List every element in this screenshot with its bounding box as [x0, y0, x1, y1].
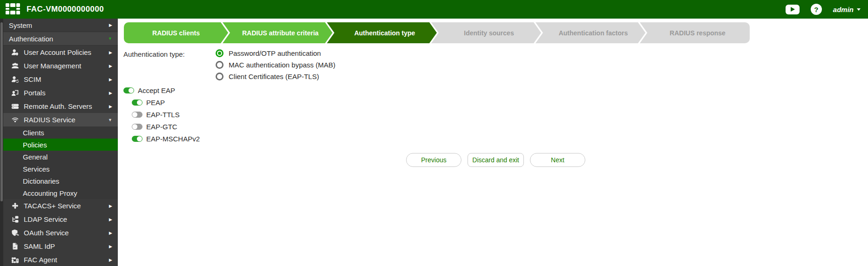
chevron-down-icon: [857, 8, 861, 11]
app-title: FAC-VM0000000000: [27, 5, 104, 14]
wizard-step-authentication-type[interactable]: Authentication type: [327, 22, 437, 43]
chevron-right-icon: ▶: [109, 91, 112, 95]
toggle-peap[interactable]: PEAP: [132, 99, 868, 106]
fortinet-logo-icon: [6, 3, 20, 16]
chevron-right-icon: ▶: [109, 204, 112, 208]
radio-password-otp[interactable]: Password/OTP authentication: [216, 49, 335, 57]
hierarchy-icon: [11, 216, 20, 223]
chevron-right-icon: ▶: [109, 77, 112, 82]
wizard-steps: RADIUS clients RADIUS attribute criteria…: [124, 22, 750, 43]
sidebar: System ▶ Authentication ▼ User Account P…: [0, 19, 118, 266]
sidebar-item-general[interactable]: General: [3, 151, 118, 163]
authentication-type-label: Authentication type:: [123, 49, 216, 80]
authentication-type-options: Password/OTP authentication MAC authenti…: [216, 49, 335, 80]
youtube-icon[interactable]: [786, 5, 800, 14]
sidebar-scrollbar-thumb[interactable]: [0, 22, 3, 201]
radio-unselected-icon[interactable]: [216, 73, 224, 80]
authentication-type-form: Authentication type: Password/OTP authen…: [123, 49, 868, 167]
wizard-step-radius-response[interactable]: RADIUS response: [640, 22, 750, 43]
radio-unselected-icon[interactable]: [216, 61, 224, 69]
sidebar-item-oauth-service[interactable]: OAuth Service ▶: [3, 226, 118, 239]
wizard-buttons: Previous Discard and exit Next: [123, 153, 868, 167]
sidebar-item-authentication[interactable]: Authentication ▼: [3, 32, 118, 46]
user-gear-icon: [11, 49, 20, 56]
admin-menu-label: admin: [833, 6, 854, 13]
toggle-on-icon[interactable]: [132, 136, 142, 142]
sidebar-item-clients[interactable]: Clients: [3, 126, 118, 139]
chevron-right-icon: ▶: [109, 64, 112, 68]
sidebar-item-user-account-policies[interactable]: User Account Policies ▶: [3, 46, 118, 59]
chevron-down-icon: ▼: [108, 36, 112, 41]
shield-key-icon: [11, 229, 20, 237]
toggle-on-icon[interactable]: [132, 100, 142, 106]
previous-button[interactable]: Previous: [406, 153, 461, 167]
toggle-on-icon[interactable]: [123, 87, 134, 93]
toggle-label: EAP-GTC: [146, 123, 177, 131]
wifi-icon: [11, 116, 20, 124]
sidebar-item-remote-auth-servers[interactable]: Remote Auth. Servers ▶: [3, 100, 118, 113]
wizard-step-radius-clients[interactable]: RADIUS clients: [124, 22, 228, 43]
sidebar-item-fac-agent[interactable]: FAC Agent ▶: [3, 253, 118, 266]
eap-toggle-group: Accept EAP PEAP EAP-TTLS EAP-GTC EAP-MSC…: [123, 86, 868, 143]
discard-and-exit-button[interactable]: Discard and exit: [468, 153, 524, 167]
sidebar-item-scim[interactable]: SCIM ▶: [3, 73, 118, 86]
users-icon: [11, 62, 20, 70]
sidebar-item-ldap-service[interactable]: LDAP Service ▶: [3, 213, 118, 226]
radio-label: MAC authentication bypass (MAB): [229, 61, 335, 69]
top-bar: FAC-VM0000000000 ? admin: [0, 0, 868, 19]
radio-selected-icon[interactable]: [216, 49, 224, 57]
sidebar-item-portals[interactable]: Portals ▶: [3, 86, 118, 100]
radio-client-certificates[interactable]: Client Certificates (EAP-TLS): [216, 73, 335, 80]
sidebar-item-policies[interactable]: Policies: [3, 139, 118, 151]
user-portal-icon: [11, 89, 20, 97]
toggle-label: EAP-TTLS: [146, 111, 180, 119]
chevron-right-icon: ▶: [109, 104, 112, 109]
next-button[interactable]: Next: [530, 153, 585, 167]
toggle-label: PEAP: [146, 99, 165, 106]
chevron-down-icon: ▼: [108, 118, 112, 122]
radio-label: Client Certificates (EAP-TLS): [229, 73, 319, 80]
sidebar-item-saml-idp[interactable]: SAML IdP ▶: [3, 239, 118, 253]
sidebar-item-accounting-proxy[interactable]: Accounting Proxy: [3, 187, 118, 199]
toggle-label: EAP-MSCHAPv2: [146, 135, 200, 143]
chevron-right-icon: ▶: [109, 50, 112, 55]
sidebar-item-system[interactable]: System ▶: [3, 19, 118, 32]
sidebar-item-services[interactable]: Services: [3, 163, 118, 175]
toggle-eap-mschapv2[interactable]: EAP-MSCHAPv2: [132, 135, 868, 143]
grid-building-icon: [11, 256, 20, 264]
server-icon: [11, 103, 20, 110]
chevron-right-icon: ▶: [109, 231, 112, 235]
toggle-eap-gtc[interactable]: EAP-GTC: [132, 123, 868, 131]
radio-label: Password/OTP authentication: [229, 49, 321, 57]
sidebar-item-user-management[interactable]: User Management ▶: [3, 59, 118, 73]
admin-menu[interactable]: admin: [833, 6, 861, 13]
sidebar-item-tacacs-service[interactable]: TACACS+ Service ▶: [3, 199, 118, 213]
chevron-right-icon: ▶: [109, 244, 112, 249]
help-icon[interactable]: ?: [811, 4, 822, 15]
chevron-right-icon: ▶: [109, 23, 112, 27]
toggle-eap-ttls[interactable]: EAP-TTLS: [132, 111, 868, 119]
toggle-label: Accept EAP: [138, 86, 175, 94]
user-sync-icon: [11, 76, 20, 83]
document-icon: [11, 243, 20, 250]
toggle-accept-eap[interactable]: Accept EAP: [123, 86, 868, 94]
radio-mac-bypass[interactable]: MAC authentication bypass (MAB): [216, 61, 335, 69]
chevron-right-icon: ▶: [109, 258, 112, 262]
toggle-off-icon[interactable]: [132, 124, 142, 130]
wizard-step-identity-sources[interactable]: Identity sources: [431, 22, 541, 43]
sidebar-scrollbar[interactable]: [0, 19, 3, 266]
cross-arrows-icon: [11, 202, 20, 210]
main-content: RADIUS clients RADIUS attribute criteria…: [118, 19, 868, 266]
sidebar-item-dictionaries[interactable]: Dictionaries: [3, 175, 118, 187]
wizard-step-authentication-factors[interactable]: Authentication factors: [536, 22, 645, 43]
chevron-right-icon: ▶: [109, 217, 112, 222]
sidebar-item-radius-service[interactable]: RADIUS Service ▼: [3, 113, 118, 126]
toggle-off-icon[interactable]: [132, 112, 142, 118]
wizard-step-radius-attribute-criteria[interactable]: RADIUS attribute criteria: [223, 22, 332, 43]
